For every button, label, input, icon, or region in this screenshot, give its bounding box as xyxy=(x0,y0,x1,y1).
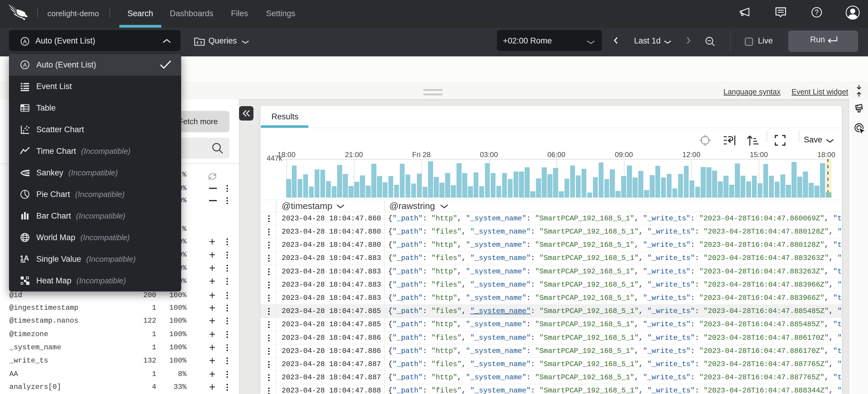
svg-text:1A: 1A xyxy=(20,254,29,262)
svg-text:A: A xyxy=(23,62,27,68)
